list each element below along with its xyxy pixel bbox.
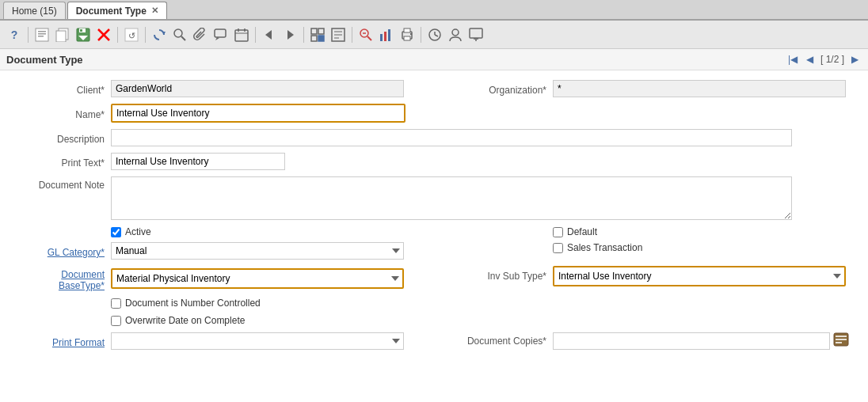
inv-sub-type-label: Inv Sub Type* bbox=[450, 271, 553, 282]
print-button[interactable] bbox=[398, 25, 417, 44]
org-input[interactable] bbox=[553, 80, 846, 97]
description-input[interactable] bbox=[111, 129, 792, 146]
svg-rect-41 bbox=[404, 36, 410, 40]
page-title: Document Type bbox=[6, 54, 83, 66]
doc-basetype-select[interactable]: Material Physical Inventory AP Invoice A… bbox=[112, 270, 402, 287]
svg-rect-19 bbox=[235, 30, 248, 41]
user-button[interactable] bbox=[446, 25, 465, 44]
svg-rect-8 bbox=[80, 29, 82, 32]
overwrite-date-checkbox[interactable] bbox=[111, 316, 121, 326]
doc-copies-label: Document Copies* bbox=[450, 336, 553, 347]
tab-home-label: Home (15) bbox=[12, 6, 57, 17]
svg-rect-42 bbox=[410, 33, 412, 35]
number-controlled-checkbox[interactable] bbox=[111, 298, 121, 309]
sales-transaction-checkbox[interactable] bbox=[553, 243, 563, 253]
org-label: Organization* bbox=[450, 82, 553, 96]
number-controlled-label: Document is Number Controlled bbox=[125, 298, 261, 309]
svg-marker-24 bbox=[287, 30, 294, 40]
print-text-input[interactable] bbox=[111, 153, 285, 170]
svg-rect-3 bbox=[38, 36, 44, 37]
undo-button[interactable]: ↺ bbox=[122, 25, 141, 44]
sep5 bbox=[303, 27, 304, 43]
export-button[interactable] bbox=[466, 25, 485, 44]
delete-button[interactable] bbox=[94, 25, 113, 44]
sep7 bbox=[421, 27, 421, 43]
default-checkbox[interactable] bbox=[553, 227, 563, 237]
overwrite-date-row: Overwrite Date on Complete bbox=[16, 315, 852, 326]
doc-copies-icon[interactable] bbox=[833, 332, 849, 350]
print-format-select[interactable] bbox=[111, 332, 404, 350]
default-label: Default bbox=[567, 226, 597, 237]
calendar-button[interactable] bbox=[232, 25, 251, 44]
tab-home[interactable]: Home (15) bbox=[3, 2, 66, 19]
name-row: Name* bbox=[16, 104, 852, 123]
active-spacer bbox=[16, 230, 111, 233]
prev-page-button[interactable]: ◀ bbox=[803, 52, 817, 66]
gl-category-label[interactable]: GL Category* bbox=[16, 244, 111, 258]
name-input[interactable] bbox=[112, 105, 404, 121]
inv-sub-type-select[interactable]: Internal Use Inventory Physical Inventor… bbox=[554, 267, 844, 285]
attach-button[interactable] bbox=[191, 25, 210, 44]
page-header: Document Type |◀ ◀ [ 1/2 ] ▶ bbox=[0, 49, 868, 70]
svg-rect-51 bbox=[836, 336, 847, 337]
tab-close-icon[interactable]: ✕ bbox=[151, 6, 158, 16]
svg-rect-25 bbox=[311, 28, 317, 34]
active-checkbox[interactable] bbox=[111, 227, 121, 237]
sep4 bbox=[255, 27, 256, 43]
number-controlled-group: Document is Number Controlled bbox=[111, 298, 261, 309]
copy-button[interactable] bbox=[53, 25, 72, 44]
svg-rect-47 bbox=[470, 28, 482, 38]
history-button[interactable] bbox=[425, 25, 444, 44]
print-format-row: Print Format Document Copies* bbox=[16, 332, 852, 350]
sales-transaction-group: Sales Transaction bbox=[553, 242, 642, 253]
doc-basetype-label[interactable]: Document BaseType* bbox=[16, 266, 111, 291]
next-page-button[interactable]: ▶ bbox=[847, 52, 862, 66]
new-record-button[interactable] bbox=[32, 25, 51, 44]
form-area: Client* Organization* Name* Description … bbox=[0, 70, 868, 402]
prev-record-button[interactable] bbox=[260, 25, 279, 44]
svg-rect-52 bbox=[836, 339, 847, 340]
doc-copies-input[interactable] bbox=[553, 332, 830, 350]
client-input[interactable] bbox=[111, 80, 404, 97]
active-label: Active bbox=[125, 226, 151, 237]
default-checkbox-group: Default bbox=[553, 226, 597, 237]
doc-note-textarea[interactable] bbox=[111, 176, 792, 220]
svg-rect-5 bbox=[56, 31, 66, 42]
refresh-button[interactable] bbox=[150, 25, 169, 44]
svg-rect-38 bbox=[388, 29, 390, 41]
save-button[interactable] bbox=[74, 25, 93, 44]
description-label: Description bbox=[16, 131, 111, 145]
toolbar: ? ↺ bbox=[0, 21, 868, 49]
svg-line-45 bbox=[435, 35, 438, 36]
svg-rect-0 bbox=[36, 28, 48, 41]
print-format-label[interactable]: Print Format bbox=[16, 334, 111, 348]
svg-rect-17 bbox=[215, 29, 226, 37]
first-page-button[interactable]: |◀ bbox=[786, 52, 800, 66]
chat-button[interactable] bbox=[211, 25, 230, 44]
report-button[interactable] bbox=[377, 25, 396, 44]
zoom-button[interactable] bbox=[356, 25, 375, 44]
svg-text:↺: ↺ bbox=[128, 31, 135, 40]
doc-note-row: Document Note bbox=[16, 176, 852, 220]
svg-rect-53 bbox=[836, 342, 842, 343]
name-label: Name* bbox=[16, 106, 111, 120]
overwrite-date-label: Overwrite Date on Complete bbox=[125, 315, 245, 326]
sep2 bbox=[117, 27, 118, 43]
active-default-row: Active Default bbox=[16, 226, 852, 237]
tab-document-type[interactable]: Document Type ✕ bbox=[67, 2, 167, 19]
grid-view-button[interactable] bbox=[308, 25, 327, 44]
sep6 bbox=[352, 27, 352, 43]
form-view-button[interactable] bbox=[329, 25, 348, 44]
print-text-row: Print Text* bbox=[16, 153, 852, 170]
gl-category-select[interactable]: Manual Accrual Cash bbox=[111, 242, 404, 260]
svg-line-34 bbox=[367, 36, 371, 40]
svg-rect-1 bbox=[38, 31, 46, 32]
find-button[interactable] bbox=[170, 25, 189, 44]
help-button[interactable]: ? bbox=[5, 25, 24, 44]
svg-rect-40 bbox=[404, 28, 410, 32]
next-record-button[interactable] bbox=[280, 25, 299, 44]
sep3 bbox=[145, 27, 146, 43]
svg-rect-37 bbox=[384, 32, 386, 41]
overwrite-date-spacer bbox=[16, 319, 111, 322]
svg-rect-28 bbox=[318, 36, 324, 41]
